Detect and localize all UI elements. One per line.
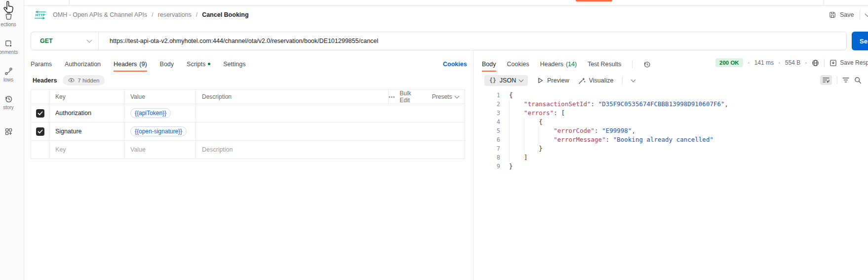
header-value-cell[interactable]: {{open-signature}} xyxy=(124,122,196,140)
save-response-button[interactable]: Save Response xyxy=(829,59,868,67)
response-tab-headers[interactable]: Headers (14) xyxy=(540,57,577,72)
variable-pill[interactable]: {{open-signature}} xyxy=(130,126,187,136)
active-tab-indicator xyxy=(576,0,612,1)
response-history-icon[interactable] xyxy=(643,61,651,68)
variable-pill[interactable]: {{apiToken}} xyxy=(130,108,171,118)
save-button[interactable]: Save xyxy=(840,11,854,18)
tab-scripts[interactable]: Scripts xyxy=(187,57,210,72)
sidebar-item-create-new[interactable] xyxy=(0,127,24,137)
wrap-text-icon xyxy=(823,77,829,83)
line-number: 5 xyxy=(488,126,500,135)
code-lines[interactable]: 1{2 "transactionSetId": "D35F9C0535674FC… xyxy=(488,91,728,171)
send-button[interactable]: Send xyxy=(852,32,868,50)
tab-headers[interactable]: Headers (9) xyxy=(114,57,147,72)
postman-window: ections onments lows story xyxy=(0,0,868,280)
divider xyxy=(824,59,825,67)
green-dot-icon xyxy=(208,63,210,65)
tab-params[interactable]: Params xyxy=(31,57,52,72)
value-input-placeholder[interactable]: Value xyxy=(124,141,196,159)
method-label: GET xyxy=(40,38,53,44)
search-icon[interactable] xyxy=(854,77,862,84)
tab-body[interactable]: Body xyxy=(160,57,174,72)
breadcrumb: HTTP OMH - Open APIs & Channel APIs / re… xyxy=(24,5,868,24)
headers-section-header: Headers 7 hidden xyxy=(33,75,105,85)
code-line: 3 "errors": [ xyxy=(488,109,728,118)
chevron-down-icon xyxy=(519,77,524,82)
chevron-down-icon[interactable] xyxy=(865,11,868,16)
presets-button[interactable]: Presets xyxy=(432,93,452,100)
tab-label: Cookies xyxy=(507,61,529,68)
play-icon xyxy=(537,77,544,84)
tab-divider xyxy=(69,0,70,5)
network-info-icon[interactable] xyxy=(812,59,819,67)
breadcrumb-request-name[interactable]: Cancel Booking xyxy=(202,11,248,18)
chevron-down-icon[interactable] xyxy=(455,93,460,98)
response-tab-test-results[interactable]: Test Results xyxy=(588,57,621,72)
sidebar-item-label: onments xyxy=(0,49,24,55)
sidebar-item-environments[interactable]: onments xyxy=(0,40,24,55)
header-description-cell[interactable] xyxy=(196,104,465,122)
tab-label: Params xyxy=(31,61,52,68)
wrap-text-button[interactable] xyxy=(820,75,832,85)
more-options-icon[interactable]: ••• xyxy=(389,94,395,100)
tab-label: Settings xyxy=(223,61,245,68)
checkbox-checked[interactable] xyxy=(36,109,44,118)
eye-icon xyxy=(68,77,75,83)
filter-icon[interactable] xyxy=(842,77,849,83)
method-selector[interactable]: GET xyxy=(31,32,98,50)
create-new-icon xyxy=(4,127,13,136)
tab-label: Headers xyxy=(114,61,137,68)
tab-count: (14) xyxy=(566,61,577,68)
line-number: 4 xyxy=(488,118,500,126)
divider xyxy=(860,10,860,19)
tab-label: Test Results xyxy=(588,61,621,68)
history-icon xyxy=(4,95,13,103)
save-response-icon xyxy=(829,59,837,67)
response-tabs: Body Cookies Headers (14) Test Results xyxy=(473,58,651,71)
line-number: 7 xyxy=(488,144,500,153)
chevron-down-icon[interactable] xyxy=(631,77,636,82)
breadcrumb-collection[interactable]: OMH - Open APIs & Channel APIs xyxy=(53,11,147,18)
row-checkbox-cell xyxy=(31,104,49,122)
header-key-cell[interactable]: Signature xyxy=(49,122,124,140)
checkbox-checked[interactable] xyxy=(36,127,44,136)
line-number: 2 xyxy=(488,100,500,109)
description-input-placeholder[interactable]: Description xyxy=(196,141,465,159)
breadcrumb-folder[interactable]: reservations xyxy=(158,11,192,18)
cookies-link[interactable]: Cookies xyxy=(443,57,467,72)
response-time[interactable]: 141 ms xyxy=(754,59,774,66)
code-line: 9} xyxy=(488,162,728,171)
response-tab-cookies[interactable]: Cookies xyxy=(507,57,529,72)
tab-authorization[interactable]: Authorization xyxy=(65,57,101,72)
row-checkbox-cell xyxy=(31,141,49,159)
environments-icon xyxy=(4,40,13,48)
bulk-edit-button[interactable]: Bulk Edit xyxy=(400,90,422,104)
key-input-placeholder[interactable]: Key xyxy=(49,141,124,159)
divider xyxy=(837,76,837,84)
response-tab-body[interactable]: Body xyxy=(482,57,496,72)
column-value: Value xyxy=(124,90,196,104)
code-line: 8 ] xyxy=(488,153,728,162)
url-input[interactable]: https://test-api-ota-v2.ohmyhotel.com:44… xyxy=(99,38,378,44)
sidebar-item-history[interactable]: story xyxy=(0,95,24,110)
header-key-cell[interactable]: Authorization xyxy=(49,104,124,122)
http-request-icon: HTTP xyxy=(34,11,47,19)
visualize-button[interactable]: Visualize xyxy=(578,77,614,84)
tab-label: Body xyxy=(160,61,174,68)
line-number: 1 xyxy=(488,91,500,100)
save-response-label: Save Response xyxy=(840,59,868,66)
preview-button[interactable]: Preview xyxy=(537,77,569,84)
dot-separator xyxy=(805,62,807,64)
hidden-headers-badge[interactable]: 7 hidden xyxy=(63,75,105,85)
header-value-cell[interactable]: {{apiToken}} xyxy=(124,104,196,122)
sidebar-item-flows[interactable]: lows xyxy=(0,67,24,82)
response-size[interactable]: 554 B xyxy=(785,59,800,66)
table-header-row: Key Value Description ••• Bulk Edit Pres… xyxy=(31,90,465,104)
table-row-new: Key Value Description xyxy=(31,140,465,159)
header-description-cell[interactable] xyxy=(196,122,465,140)
chevron-down-icon xyxy=(86,37,92,42)
tab-settings[interactable]: Settings xyxy=(223,57,245,72)
tab-label: Headers xyxy=(540,61,563,68)
format-dropdown[interactable]: {} JSON xyxy=(484,75,528,86)
status-badge[interactable]: 200 OK xyxy=(715,58,743,67)
